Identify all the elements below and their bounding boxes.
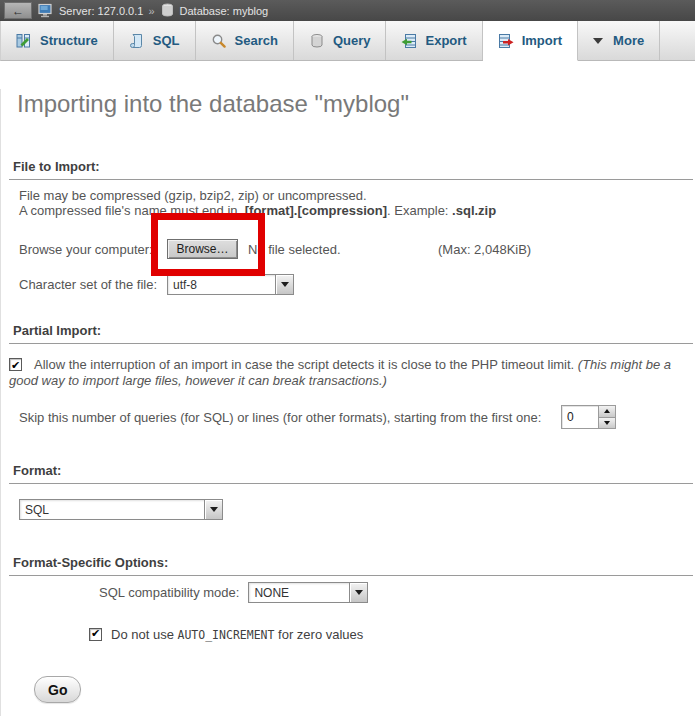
tab-label: SQL xyxy=(153,33,180,48)
import-icon xyxy=(498,33,514,49)
dropdown-arrow-icon xyxy=(275,275,293,294)
format-row: SQL xyxy=(1,499,695,521)
tab-label: Structure xyxy=(40,33,98,48)
allow-interrupt-text: Allow the interruption of an import in c… xyxy=(9,357,671,388)
sql-compat-label: SQL compatibility mode: xyxy=(99,585,239,600)
name-rule-example: .sql.zip xyxy=(452,203,496,218)
name-rule-mid: . Example: xyxy=(387,203,452,218)
tab-query[interactable]: Query xyxy=(294,21,387,60)
skip-queries-value: 0 xyxy=(562,406,598,428)
browse-button[interactable]: Browse… xyxy=(167,239,238,259)
tab-more[interactable]: More xyxy=(578,21,660,60)
search-icon xyxy=(211,33,227,49)
charset-select[interactable]: utf-8 xyxy=(167,274,294,295)
sql-icon xyxy=(129,33,145,49)
chevron-down-icon xyxy=(593,38,603,44)
name-rule-prefix: A compressed file's name must end in xyxy=(19,203,241,218)
partial-import-heading: Partial Import: xyxy=(9,323,693,344)
spinner-up-button[interactable] xyxy=(599,406,615,417)
tab-label: Export xyxy=(425,33,466,48)
tab-label: More xyxy=(613,33,644,48)
main-content: Importing into the database "myblog" Fil… xyxy=(0,89,695,716)
charset-row: Character set of the file: utf-8 xyxy=(1,273,695,295)
autoinc-prefix: Do not use xyxy=(111,627,178,642)
tab-import[interactable]: Import xyxy=(483,21,578,61)
skip-queries-row: Skip this number of queries (for SQL) or… xyxy=(1,405,695,429)
export-icon xyxy=(401,33,417,49)
format-select[interactable]: SQL xyxy=(19,499,223,520)
compression-info-text: File may be compressed (gzip, bzip2, zip… xyxy=(19,188,685,218)
allow-text: Allow the interruption of an import in c… xyxy=(34,357,578,372)
dropdown-arrow-icon xyxy=(349,583,367,602)
browse-label: Browse your computer: xyxy=(19,242,167,257)
autoinc-code: AUTO_INCREMENT xyxy=(178,628,275,642)
breadcrumb-separator: » xyxy=(148,5,154,17)
format-specific-heading: Format-Specific Options: xyxy=(9,555,693,576)
breadcrumb-server-link[interactable]: Server: 127.0.0.1 xyxy=(59,5,143,17)
back-button[interactable] xyxy=(4,2,32,19)
sql-compat-select[interactable]: NONE xyxy=(248,582,368,603)
file-to-import-heading: File to Import: xyxy=(9,159,693,180)
skip-queries-label: Skip this number of queries (for SQL) or… xyxy=(19,410,541,425)
tab-bar: Structure SQL Search Query xyxy=(0,21,695,61)
go-button[interactable]: Go xyxy=(34,676,81,703)
query-icon xyxy=(309,33,325,49)
breadcrumb: Server: 127.0.0.1 » Database: myblog xyxy=(59,3,268,18)
database-icon xyxy=(160,3,175,18)
structure-icon xyxy=(16,33,32,49)
format-heading: Format: xyxy=(9,463,693,484)
autoinc-text: Do not use AUTO_INCREMENT for zero value… xyxy=(111,627,363,642)
spinner-down-button[interactable] xyxy=(599,417,615,429)
allow-interrupt-checkbox[interactable] xyxy=(9,358,22,371)
sql-compat-selected-value: NONE xyxy=(249,583,349,602)
autoinc-row: Do not use AUTO_INCREMENT for zero value… xyxy=(1,627,695,642)
browse-row: Browse your computer: Browse… No file se… xyxy=(1,238,695,260)
breadcrumb-database-link[interactable]: Database: myblog xyxy=(180,5,269,17)
dropdown-arrow-icon xyxy=(204,500,222,519)
sql-compat-row: SQL compatibility mode: NONE xyxy=(1,581,695,603)
tab-structure[interactable]: Structure xyxy=(1,21,114,60)
autoinc-checkbox[interactable] xyxy=(89,628,102,641)
spinner-buttons xyxy=(598,406,615,428)
no-file-selected-text: No file selected. xyxy=(248,242,341,257)
format-selected-value: SQL xyxy=(20,500,204,519)
tab-label: Import xyxy=(522,33,562,48)
tab-label: Search xyxy=(235,33,278,48)
server-icon xyxy=(38,3,53,18)
name-rule-pattern: .[format].[compression] xyxy=(241,203,387,218)
compress-line: File may be compressed (gzip, bzip2, zip… xyxy=(19,188,367,203)
allow-interrupt-row: Allow the interruption of an import in c… xyxy=(9,357,683,389)
tab-label: Query xyxy=(333,33,371,48)
tab-export[interactable]: Export xyxy=(386,21,482,60)
skip-queries-spinner[interactable]: 0 xyxy=(561,405,616,429)
charset-label: Character set of the file: xyxy=(19,277,167,292)
tab-search[interactable]: Search xyxy=(196,21,294,60)
breadcrumb-bar: Server: 127.0.0.1 » Database: myblog xyxy=(0,0,695,21)
autoinc-suffix: for zero values xyxy=(274,627,363,642)
max-size-text: (Max: 2,048KiB) xyxy=(438,242,531,257)
go-row: Go xyxy=(34,676,695,703)
page-title: Importing into the database "myblog" xyxy=(17,89,695,119)
charset-selected-value: utf-8 xyxy=(168,275,275,294)
tabbar-filler xyxy=(660,21,695,60)
tab-sql[interactable]: SQL xyxy=(114,21,196,60)
